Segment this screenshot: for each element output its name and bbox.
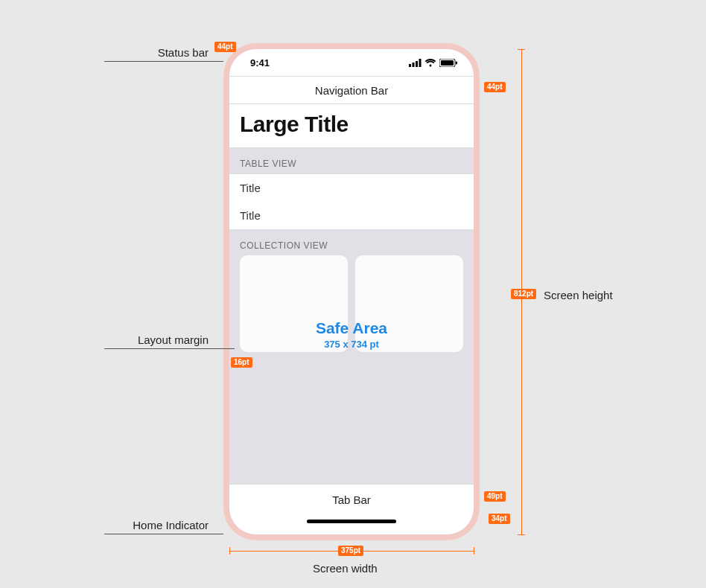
dim-cap <box>518 534 525 535</box>
svg-rect-0 <box>409 64 411 67</box>
status-time: 9:41 <box>250 57 270 68</box>
battery-icon <box>439 59 457 67</box>
label-screen-width: Screen width <box>313 562 378 575</box>
phone-screen: 9:41 Navigation Bar Large Title TABLE VI… <box>229 49 474 534</box>
svg-rect-2 <box>416 61 418 67</box>
wifi-icon <box>424 59 436 67</box>
tag-tab-bar-height: 49pt <box>484 491 506 502</box>
tag-home-indicator-height: 34pt <box>489 514 510 524</box>
tab-bar-title: Tab Bar <box>332 493 371 506</box>
collection-card[interactable] <box>240 255 348 352</box>
svg-rect-1 <box>413 63 415 67</box>
collection-row <box>229 255 474 352</box>
tag-nav-bar-height: 44pt <box>484 82 506 92</box>
collection-card[interactable] <box>355 255 463 352</box>
home-indicator[interactable] <box>307 520 396 523</box>
label-status-bar: Status bar <box>104 46 209 59</box>
table-row[interactable]: Title <box>229 173 474 202</box>
cellular-icon <box>409 59 422 67</box>
rule-status-bar <box>104 61 223 62</box>
dim-cap <box>518 49 525 50</box>
tag-status-bar-height: 44pt <box>214 42 236 52</box>
label-home-indicator: Home Indicator <box>104 519 209 531</box>
table-view-header: TABLE VIEW <box>229 148 474 173</box>
home-indicator-area <box>229 515 474 534</box>
svg-rect-6 <box>456 61 457 64</box>
large-title: Large Title <box>240 112 463 137</box>
label-layout-margin: Layout margin <box>104 333 209 346</box>
navigation-bar-title: Navigation Bar <box>315 84 388 97</box>
label-screen-height: Screen height <box>544 289 613 301</box>
rule-layout-margin <box>104 348 235 349</box>
status-bar: 9:41 <box>229 49 474 76</box>
tag-layout-margin-width: 16pt <box>231 357 252 368</box>
rule-home-indicator <box>104 534 223 534</box>
dim-cap <box>474 547 474 555</box>
svg-rect-3 <box>419 59 422 67</box>
navigation-bar: Navigation Bar <box>229 76 474 104</box>
content-area: TABLE VIEW Title Title COLLECTION VIEW S… <box>229 148 474 484</box>
tag-screen-height: 812pt <box>511 289 536 299</box>
tab-bar: Tab Bar <box>229 484 474 515</box>
phone-frame: 9:41 Navigation Bar Large Title TABLE VI… <box>223 43 480 540</box>
diagram-stage: 9:41 Navigation Bar Large Title TABLE VI… <box>0 0 706 588</box>
large-title-area: Large Title <box>229 104 474 148</box>
table-row[interactable]: Title <box>229 202 474 230</box>
svg-rect-5 <box>441 60 454 65</box>
dim-cap <box>229 547 230 555</box>
tag-screen-width: 375pt <box>338 546 363 556</box>
collection-view-header: COLLECTION VIEW <box>229 230 474 255</box>
status-icons <box>409 59 457 67</box>
